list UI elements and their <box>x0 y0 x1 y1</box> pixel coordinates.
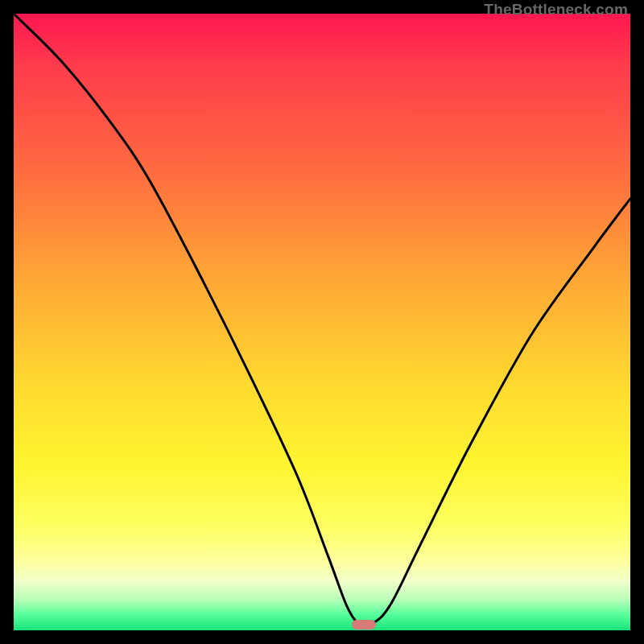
bottleneck-curve <box>14 14 630 630</box>
plot-area <box>14 14 630 630</box>
chart-frame: TheBottleneck.com <box>0 0 644 644</box>
optimal-marker <box>352 620 376 630</box>
watermark-text: TheBottleneck.com <box>484 1 628 19</box>
